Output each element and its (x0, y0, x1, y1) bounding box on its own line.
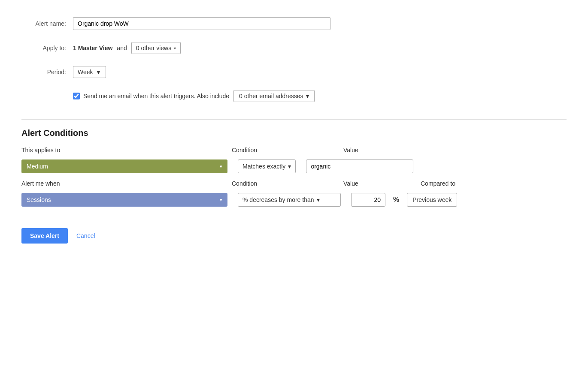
apply-to-label: Apply to: (21, 45, 73, 51)
and-text: and (117, 45, 127, 51)
chevron-down-icon: ▾ (220, 197, 222, 203)
other-views-dropdown[interactable]: 0 other views ▾ (131, 42, 181, 54)
applies-to-dropdown[interactable]: Medium ▾ (21, 159, 227, 173)
alert-name-label: Alert name: (21, 20, 73, 27)
alert-value-input[interactable] (351, 193, 385, 207)
save-alert-button[interactable]: Save Alert (21, 228, 68, 244)
condition-header: Condition (232, 147, 343, 153)
this-applies-to-header: This applies to (21, 147, 232, 153)
condition-value-input[interactable] (306, 159, 413, 173)
condition-header-2: Condition (232, 180, 343, 187)
percent-symbol: % (393, 196, 399, 204)
compared-to-value: Previous week (407, 193, 457, 207)
matches-condition-dropdown[interactable]: Matches exactly ▾ (238, 159, 296, 173)
master-view-text: 1 Master View (73, 45, 112, 51)
compared-to-header: Compared to (421, 180, 455, 187)
other-views-label: 0 other views (136, 45, 171, 51)
sessions-dropdown[interactable]: Sessions ▾ (21, 193, 227, 207)
period-dropdown[interactable]: Week ▼ (73, 66, 106, 78)
email-checkbox[interactable] (73, 93, 80, 99)
other-emails-label: 0 other email addresses (239, 93, 303, 99)
value-header: Value (343, 147, 358, 153)
decreases-condition-label: % decreases by more than (242, 196, 314, 203)
alert-conditions-title: Alert Conditions (21, 128, 567, 138)
matches-condition-label: Matches exactly (242, 163, 285, 170)
chevron-down-icon: ▼ (96, 69, 102, 75)
decreases-condition-dropdown[interactable]: % decreases by more than ▾ (238, 193, 341, 207)
alert-name-input[interactable] (73, 17, 330, 30)
applies-to-value: Medium (27, 163, 48, 170)
chevron-down-icon: ▾ (174, 46, 176, 51)
cancel-button[interactable]: Cancel (76, 232, 95, 239)
chevron-down-icon: ▾ (220, 164, 222, 169)
email-checkbox-label: Send me an email when this alert trigger… (83, 93, 229, 99)
period-label: Period: (21, 69, 73, 75)
sessions-value: Sessions (27, 196, 51, 203)
chevron-down-icon: ▾ (306, 93, 309, 99)
value-header-2: Value (343, 180, 421, 187)
chevron-down-icon: ▾ (288, 163, 291, 170)
chevron-down-icon: ▾ (317, 196, 320, 203)
period-value: Week (78, 69, 93, 75)
other-emails-dropdown[interactable]: 0 other email addresses ▾ (233, 90, 314, 102)
alert-me-when-header: Alert me when (21, 180, 232, 187)
